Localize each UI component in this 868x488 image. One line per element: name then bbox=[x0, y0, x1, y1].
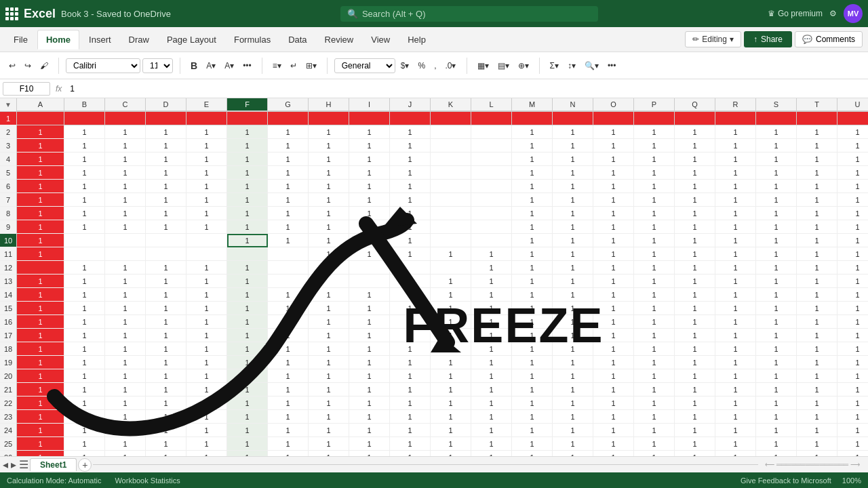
table-row[interactable]: 1 bbox=[431, 329, 471, 342]
table-row[interactable]: 1 bbox=[837, 207, 868, 220]
table-row[interactable] bbox=[64, 247, 105, 261]
tab-data[interactable]: Data bbox=[280, 30, 315, 49]
table-row[interactable]: 1 bbox=[553, 342, 593, 356]
table-row[interactable]: 1 bbox=[431, 315, 471, 329]
table-row[interactable]: 1 bbox=[186, 180, 227, 193]
table-row[interactable]: 1 bbox=[349, 152, 390, 166]
table-row[interactable]: 1 bbox=[17, 274, 64, 288]
table-row[interactable]: 1 bbox=[146, 329, 186, 342]
table-row[interactable]: 1 bbox=[349, 139, 390, 152]
table-row[interactable]: 1 bbox=[471, 329, 512, 342]
table-row[interactable]: 1 bbox=[105, 139, 146, 152]
table-row[interactable]: 1 bbox=[431, 356, 471, 369]
table-row[interactable]: 1 bbox=[390, 356, 431, 369]
row-number[interactable]: 11 bbox=[0, 247, 17, 261]
row-number[interactable]: 20 bbox=[0, 369, 17, 383]
table-row[interactable]: 1 bbox=[837, 220, 868, 234]
table-row[interactable]: 1 bbox=[797, 234, 837, 247]
table-row[interactable]: 1 bbox=[64, 288, 105, 302]
table-row[interactable]: 1 bbox=[390, 329, 431, 342]
table-row[interactable] bbox=[268, 247, 309, 261]
table-row[interactable]: 1 bbox=[512, 315, 553, 329]
table-row[interactable]: 1 bbox=[268, 207, 309, 220]
col-header-F[interactable]: F bbox=[227, 98, 268, 111]
table-row[interactable]: 1 bbox=[593, 383, 634, 396]
table-row[interactable]: 1 bbox=[105, 125, 146, 139]
table-row[interactable]: 1 bbox=[512, 180, 553, 193]
table-row[interactable]: 1 bbox=[593, 356, 634, 369]
font-color-btn[interactable]: A▾ bbox=[221, 59, 237, 73]
table-row[interactable] bbox=[105, 234, 146, 247]
row-number[interactable]: 13 bbox=[0, 274, 17, 288]
table-row[interactable]: 1 bbox=[309, 342, 349, 356]
table-row[interactable]: 1 bbox=[146, 383, 186, 396]
table-row[interactable]: 1 bbox=[471, 288, 512, 302]
sheet-nav-list[interactable]: ☰ bbox=[19, 458, 28, 471]
table-row[interactable]: 1 bbox=[797, 410, 837, 424]
table-row[interactable]: 1 bbox=[675, 234, 715, 247]
table-row[interactable]: 1 bbox=[675, 125, 715, 139]
row-number[interactable]: 6 bbox=[0, 180, 17, 193]
tab-draw[interactable]: Draw bbox=[121, 30, 157, 49]
row-number[interactable]: 24 bbox=[0, 424, 17, 437]
table-row[interactable]: 1 bbox=[837, 139, 868, 152]
table-row[interactable]: 1 bbox=[64, 152, 105, 166]
table-row[interactable] bbox=[146, 112, 186, 125]
table-row[interactable]: 1 bbox=[512, 247, 553, 261]
table-row[interactable]: 1 bbox=[431, 369, 471, 383]
table-row[interactable]: 1 bbox=[105, 220, 146, 234]
table-row[interactable] bbox=[471, 220, 512, 234]
table-row[interactable]: 1 bbox=[17, 315, 64, 329]
table-row[interactable]: 1 bbox=[64, 180, 105, 193]
table-row[interactable]: 1 bbox=[349, 342, 390, 356]
table-row[interactable]: 1 bbox=[634, 261, 675, 274]
table-row[interactable] bbox=[268, 261, 309, 274]
table-row[interactable]: 1 bbox=[268, 125, 309, 139]
row-number[interactable]: 2 bbox=[0, 125, 17, 139]
table-row[interactable]: 1 bbox=[512, 329, 553, 342]
table-row[interactable]: 1 bbox=[431, 342, 471, 356]
table-row[interactable]: 1 bbox=[837, 410, 868, 424]
font-selector[interactable]: Calibri bbox=[66, 58, 140, 73]
table-row[interactable]: 1 bbox=[105, 356, 146, 369]
accounting-btn[interactable]: $▾ bbox=[397, 59, 413, 73]
table-row[interactable]: 1 bbox=[431, 424, 471, 437]
table-row[interactable]: 1 bbox=[756, 315, 797, 329]
table-row[interactable]: 1 bbox=[390, 166, 431, 180]
table-row[interactable]: 1 bbox=[186, 410, 227, 424]
table-row[interactable]: 1 bbox=[390, 315, 431, 329]
table-row[interactable]: 1 bbox=[553, 274, 593, 288]
table-row[interactable]: 1 bbox=[17, 302, 64, 315]
align-btn[interactable]: ≡▾ bbox=[269, 59, 285, 73]
col-header-T[interactable]: T bbox=[797, 98, 837, 111]
table-row[interactable]: 1 bbox=[675, 180, 715, 193]
table-row[interactable]: 1 bbox=[186, 274, 227, 288]
table-row[interactable]: 1 bbox=[512, 288, 553, 302]
table-row[interactable]: 1 bbox=[797, 302, 837, 315]
table-row[interactable]: 1 bbox=[512, 410, 553, 424]
table-row[interactable]: 1 bbox=[797, 396, 837, 410]
table-row[interactable]: 1 bbox=[227, 288, 268, 302]
col-header-B[interactable]: B bbox=[64, 98, 105, 111]
table-row[interactable]: 1 bbox=[634, 451, 675, 456]
table-row[interactable]: 1 bbox=[675, 369, 715, 383]
table-row[interactable]: 1 bbox=[227, 356, 268, 369]
table-row[interactable] bbox=[17, 261, 64, 274]
table-row[interactable]: 1 bbox=[797, 274, 837, 288]
table-row[interactable]: 1 bbox=[634, 152, 675, 166]
table-row[interactable]: 1 bbox=[268, 315, 309, 329]
table-row[interactable]: 1 bbox=[105, 396, 146, 410]
table-row[interactable] bbox=[593, 112, 634, 125]
table-row[interactable]: 1 bbox=[553, 193, 593, 207]
table-row[interactable]: 1 bbox=[797, 207, 837, 220]
col-header-U[interactable]: U bbox=[837, 98, 868, 111]
table-row[interactable] bbox=[431, 166, 471, 180]
row-number[interactable]: 12 bbox=[0, 261, 17, 274]
table-row[interactable]: 1 bbox=[715, 410, 756, 424]
table-row[interactable]: 1 bbox=[715, 247, 756, 261]
table-row[interactable]: 1 bbox=[553, 139, 593, 152]
table-row[interactable]: 1 bbox=[390, 125, 431, 139]
font-size-selector[interactable]: 11 bbox=[142, 58, 173, 73]
table-row[interactable]: 1 bbox=[268, 302, 309, 315]
table-row[interactable]: 1 bbox=[715, 342, 756, 356]
